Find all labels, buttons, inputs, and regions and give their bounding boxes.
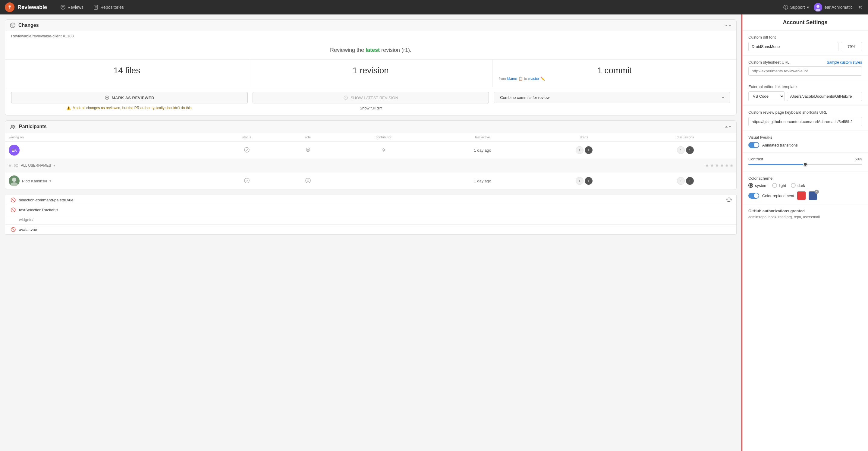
font-size-input[interactable]: [841, 42, 862, 51]
filter-row: ≡ ALL USERNAMES ▾ ≡: [5, 159, 736, 173]
app-logo: [5, 2, 14, 12]
filter-icon-4: ≡: [715, 163, 718, 168]
color-swatch-blue[interactable]: ✕: [809, 191, 817, 200]
blame-link[interactable]: blame: [507, 77, 517, 81]
radio-light: [772, 183, 777, 188]
keyboard-shortcuts-section: Custom review page keyboard shortcuts UR…: [742, 106, 868, 131]
animated-transitions-row: Animated transitions: [748, 142, 862, 148]
chevron-up-icon: [725, 126, 728, 127]
review-header: Reviewing the latest revision (r1).: [5, 41, 736, 60]
combine-commits-col: Combine commits for review ▾: [494, 92, 730, 103]
sample-styles-link[interactable]: Sample custom styles: [827, 60, 862, 64]
color-replacement-label: Color replacement: [762, 193, 794, 198]
support-icon: [783, 4, 788, 10]
master-link[interactable]: master: [528, 77, 539, 81]
participants-table: waiting on status role contributor last …: [5, 133, 736, 190]
table-row: Piotr Kaminski ▾: [5, 173, 736, 190]
contrast-section: Contrast 50%: [742, 153, 868, 172]
col-contributor: contributor: [336, 133, 432, 142]
repo-icon: [93, 4, 98, 10]
svg-point-12: [11, 125, 13, 127]
account-settings-panel: Account Settings Custom diff font Custom…: [741, 14, 868, 451]
svg-point-23: [306, 178, 310, 183]
nav-repositories[interactable]: Repositories: [90, 3, 127, 12]
list-item: widgets/: [5, 215, 736, 224]
custom-diff-font-section: Custom diff font: [742, 31, 868, 56]
changes-header: ⓘ Changes: [5, 20, 736, 31]
scheme-light[interactable]: light: [772, 183, 786, 188]
external-editor-section: External editor link template VS Code Su…: [742, 80, 868, 106]
animated-transitions-toggle[interactable]: [748, 142, 759, 148]
col-last-active: last active: [432, 133, 534, 142]
list-item: 🚫 avatar.vue: [5, 224, 736, 234]
slider-thumb[interactable]: [803, 162, 807, 167]
main-layout: ⓘ Changes Reviewable/reviewable-client #…: [0, 14, 868, 451]
mark-reviewed-col: MARK AS REVIEWED ⚠️ Mark all changes as …: [11, 92, 248, 110]
participants-expand[interactable]: [725, 126, 732, 127]
participant-name: Piotr Kaminski ▾: [9, 176, 210, 186]
eye-icon: [104, 95, 110, 100]
filter-down-icon[interactable]: ▾: [53, 163, 55, 168]
editor-row: VS Code Sublime Atom IntelliJ: [748, 91, 862, 101]
keyboard-shortcuts-label: Custom review page keyboard shortcuts UR…: [748, 110, 862, 115]
logout-button[interactable]: ⎋: [858, 3, 863, 12]
col-status: status: [213, 133, 280, 142]
left-content: ⓘ Changes Reviewable/reviewable-client #…: [0, 14, 741, 451]
latest-link[interactable]: latest: [366, 47, 380, 53]
revisions-stat: 1 revision: [249, 60, 493, 87]
participants-header: Participants: [5, 121, 736, 133]
font-name-input[interactable]: [748, 42, 838, 51]
changes-card: ⓘ Changes Reviewable/reviewable-client #…: [5, 19, 737, 116]
discussion-badge-3: 1: [677, 177, 685, 185]
breadcrumb: Reviewable/reviewable-client #1188: [5, 31, 736, 41]
show-full-diff-link[interactable]: Show full diff: [360, 106, 381, 110]
stats-row: 14 files 1 revision 1 commit from blame …: [5, 60, 736, 87]
color-scheme-section: Color scheme system light dark: [742, 172, 868, 204]
user-menu[interactable]: earlAchromatic: [814, 3, 852, 11]
radio-dark: [791, 183, 796, 188]
svg-point-17: [15, 164, 16, 166]
commits-stat: 1 commit from blame 📋 to master ✏️: [493, 60, 736, 87]
role-icon: [305, 147, 311, 153]
expand-collapse[interactable]: [725, 25, 732, 26]
table-row: EA: [5, 142, 736, 159]
changes-title: Changes: [19, 23, 39, 28]
draft-badge-3: 1: [576, 177, 584, 185]
color-swatch-red[interactable]: [797, 191, 806, 200]
color-replacement-toggle[interactable]: [748, 193, 759, 199]
contrast-slider[interactable]: [748, 164, 862, 165]
participant-expand-icon[interactable]: ▾: [50, 179, 51, 183]
swatch-remove-icon[interactable]: ✕: [815, 190, 819, 194]
scheme-dark[interactable]: dark: [791, 183, 805, 188]
support-menu[interactable]: Support ▾: [783, 4, 809, 10]
participant-name-text: Piotr Kaminski: [22, 179, 47, 183]
draft-badge-4: 1: [585, 177, 592, 185]
show-revision-button[interactable]: SHOW LATEST REVISION: [253, 92, 489, 103]
contrast-value: 50%: [855, 157, 862, 161]
keyboard-shortcuts-input[interactable]: [748, 117, 862, 126]
stylesheet-url-input[interactable]: [748, 66, 862, 76]
custom-diff-font-label: Custom diff font: [748, 35, 862, 39]
view-icon: [305, 178, 311, 184]
combine-commits-button[interactable]: Combine commits for review ▾: [494, 92, 730, 103]
svg-point-15: [307, 149, 309, 150]
file-comment-icon: 💬: [726, 198, 732, 202]
brand[interactable]: Reviewable: [5, 2, 47, 12]
svg-point-20: [12, 178, 16, 182]
mark-reviewed-button[interactable]: MARK AS REVIEWED: [11, 92, 248, 103]
color-replacement-row: Color replacement ✕: [748, 191, 862, 200]
topnav: Reviewable Reviews Repositories Support: [0, 0, 868, 14]
stylesheet-label: Custom stylesheet URL: [748, 60, 789, 64]
discussion-badge-4: 1: [686, 177, 694, 185]
discussion-badge-2: 1: [686, 146, 694, 154]
col-waiting-on: waiting on: [5, 133, 213, 142]
editor-select[interactable]: VS Code Sublime Atom IntelliJ: [748, 91, 784, 101]
svg-point-13: [13, 125, 15, 127]
col-drafts: drafts: [534, 133, 634, 142]
filter-icon-2: ≡: [706, 163, 708, 168]
editor-path-input[interactable]: [787, 92, 862, 101]
scheme-system[interactable]: system: [748, 183, 767, 188]
nav-reviews[interactable]: Reviews: [57, 3, 87, 12]
file-blocked-icon-2: 🚫: [10, 207, 16, 212]
participants-title: Participants: [19, 124, 47, 129]
